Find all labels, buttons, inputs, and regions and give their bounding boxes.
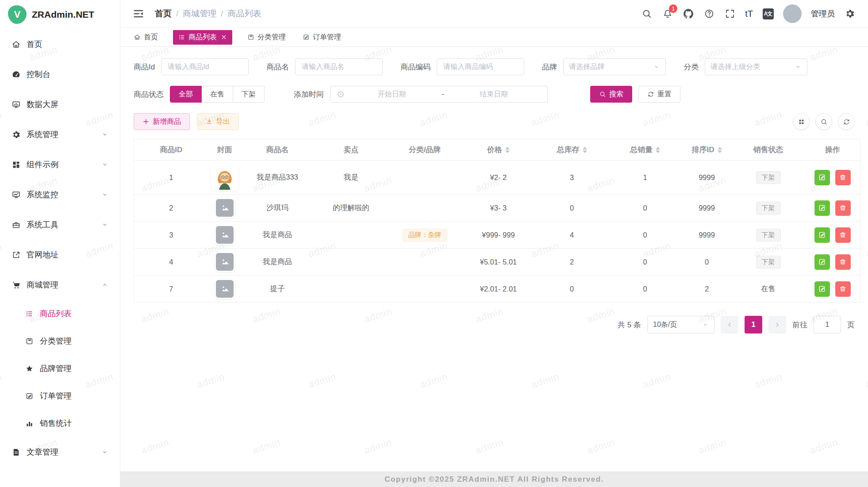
sidebar-item-销售统计[interactable]: 销售统计 [0, 410, 120, 437]
notifications-bell-icon[interactable]: 1 [662, 8, 673, 19]
product-name-input[interactable] [295, 58, 383, 75]
sidebar-item-文章管理[interactable]: 文章管理 [0, 437, 120, 467]
reset-button[interactable]: 重置 [638, 86, 680, 103]
column-header-排序ID[interactable]: 排序ID [682, 139, 732, 161]
header-search-icon[interactable] [641, 8, 653, 19]
chevron-down-icon [101, 449, 108, 456]
column-header-封面: 封面 [208, 139, 241, 161]
collapse-sidebar-icon[interactable] [133, 8, 144, 19]
delete-button[interactable] [835, 254, 851, 270]
pagination-total: 共 5 条 [618, 320, 641, 330]
delete-button[interactable] [835, 200, 851, 216]
chevron-down-icon [101, 221, 108, 228]
font-size-icon[interactable]: tT [745, 8, 753, 19]
edit-button[interactable] [814, 254, 830, 270]
sidebar-item-品牌管理[interactable]: 品牌管理 [0, 355, 120, 382]
next-page-button[interactable] [768, 316, 786, 334]
table-tools [793, 113, 855, 130]
delete-button[interactable] [835, 281, 851, 297]
sidebar-item-商品列表[interactable]: 商品列表 [0, 300, 120, 327]
current-page[interactable]: 1 [745, 316, 762, 334]
column-header-总销量[interactable]: 总销量 [608, 139, 682, 161]
cell-cover [208, 276, 241, 303]
sidebar-item-分类管理[interactable]: 分类管理 [0, 327, 120, 355]
page-unit: 页 [847, 320, 855, 330]
trash-icon [839, 204, 847, 212]
status-badge: 下架 [756, 171, 781, 184]
refresh-icon [647, 91, 654, 98]
search-button[interactable]: 搜索 [590, 86, 632, 103]
add-product-button[interactable]: 新增商品 [134, 113, 190, 130]
chevron-down-icon [101, 131, 108, 138]
status-option-offshelf[interactable]: 下架 [233, 86, 265, 103]
export-button[interactable]: 导出 [197, 113, 239, 130]
sidebar-item-系统工具[interactable]: 系统工具 [0, 210, 120, 240]
edit-icon [818, 285, 826, 293]
chevron-down-icon [101, 191, 108, 198]
sidebar-item-系统管理[interactable]: 系统管理 [0, 119, 120, 150]
app-logo[interactable]: V ZRAdmin.NET [0, 0, 120, 29]
page-size-select[interactable]: 10条/页 [647, 316, 714, 334]
cell-cover [208, 161, 241, 195]
sort-icons[interactable] [583, 147, 587, 153]
chevron-up-icon [101, 281, 108, 288]
status-option-all[interactable]: 全部 [170, 86, 202, 103]
user-avatar[interactable] [783, 4, 802, 23]
brand-select[interactable]: 请选择品牌 [563, 58, 666, 75]
action-row: 新增商品 导出 [134, 113, 855, 130]
sidebar-item-首页[interactable]: 首页 [0, 29, 120, 59]
tab-商品列表[interactable]: 商品列表 [173, 30, 232, 45]
refresh-table-icon[interactable] [838, 113, 855, 130]
column-settings-icon[interactable] [793, 113, 810, 130]
cell-actions [805, 249, 860, 276]
fullscreen-icon[interactable] [724, 8, 736, 19]
date-range-picker[interactable]: 开始日期 - 结束日期 [330, 86, 548, 103]
close-tab-icon[interactable] [221, 34, 227, 40]
logo-blob-icon: V [8, 5, 27, 24]
toggle-search-icon[interactable] [815, 113, 832, 130]
image-placeholder-icon [216, 226, 234, 244]
table-row: 3 我是商品品牌：杂牌¥999- 999409999下架 [134, 222, 860, 249]
status-option-onsale[interactable]: 在售 [202, 86, 233, 103]
github-icon[interactable] [683, 8, 694, 19]
column-header-总库存[interactable]: 总库存 [536, 139, 608, 161]
delete-button[interactable] [835, 170, 851, 185]
column-header-价格[interactable]: 价格 [461, 139, 536, 161]
sidebar-item-官网地址[interactable]: 官网地址 [0, 240, 120, 270]
sidebar-item-组件示例[interactable]: 组件示例 [0, 150, 120, 180]
edit-button[interactable] [814, 227, 830, 243]
goto-page-input[interactable] [814, 316, 841, 334]
edit-button[interactable] [814, 281, 830, 297]
sort-icons[interactable] [505, 147, 510, 153]
product-id-input[interactable] [161, 58, 249, 75]
edit-button[interactable] [814, 200, 830, 216]
sidebar-item-label: 数据大屏 [27, 99, 108, 110]
sidebar-item-商城管理[interactable]: 商城管理 [0, 270, 120, 300]
sidebar-item-控制台[interactable]: 控制台 [0, 59, 120, 89]
breadcrumb-home[interactable]: 首页 [155, 8, 172, 19]
language-icon[interactable]: A文 [762, 8, 774, 19]
sidebar-item-数据大屏[interactable]: 数据大屏 [0, 89, 120, 119]
sidebar-item-订单管理[interactable]: 订单管理 [0, 382, 120, 410]
sort-icons[interactable] [656, 147, 660, 153]
product-code-input[interactable] [437, 58, 524, 75]
dashboard-icon [12, 70, 21, 79]
edit-button[interactable] [814, 170, 830, 185]
prev-page-button[interactable] [721, 316, 738, 334]
sidebar-item-label: 商品列表 [40, 308, 108, 319]
cell-sort-id: 9999 [682, 222, 732, 249]
tab-订单管理[interactable]: 订单管理 [301, 30, 343, 45]
category-select[interactable]: 请选择上级分类 [705, 58, 807, 75]
chevron-down-icon [795, 63, 802, 70]
settings-gear-icon[interactable] [844, 8, 856, 19]
help-icon[interactable] [703, 8, 715, 19]
sort-icons[interactable] [718, 147, 722, 153]
delete-button[interactable] [835, 227, 851, 243]
cell-sort-id: 2 [682, 276, 732, 303]
sidebar-item-系统监控[interactable]: 系统监控 [0, 180, 120, 210]
product-table: 商品ID封面商品名卖点分类/品牌价格总库存总销量排序ID销售状态操作 1 我是商… [134, 139, 860, 303]
tab-首页[interactable]: 首页 [132, 30, 160, 45]
cell-sales: 0 [608, 249, 682, 276]
column-header-销售状态: 销售状态 [732, 139, 805, 161]
tab-分类管理[interactable]: 分类管理 [246, 30, 288, 45]
